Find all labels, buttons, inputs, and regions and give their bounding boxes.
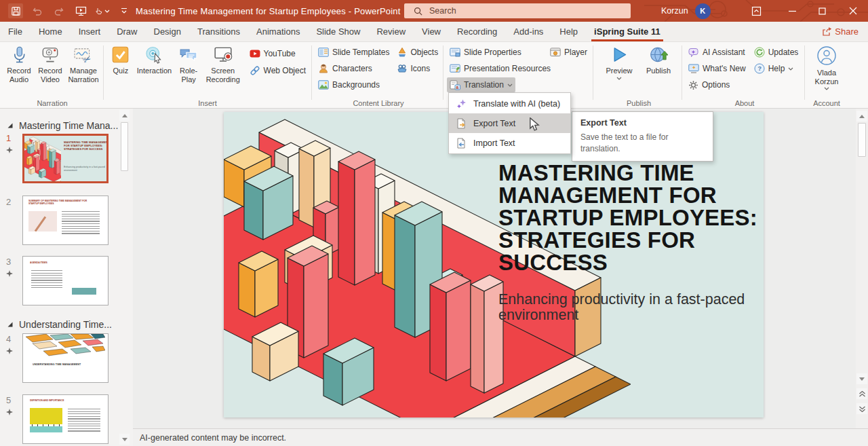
account-button[interactable]: Vlada Korzun: [807, 42, 846, 90]
updates-button[interactable]: Updates: [751, 45, 802, 60]
tab-slide-show[interactable]: Slide Show: [308, 22, 368, 41]
scrollbar-thumb[interactable]: [121, 122, 128, 171]
redo-button[interactable]: [52, 3, 66, 18]
slide-templates-button[interactable]: Slide Templates: [315, 45, 393, 60]
options-icon: [688, 80, 698, 90]
search-box[interactable]: [404, 3, 631, 18]
ribbon-display-options-icon: [751, 6, 762, 16]
touch-mouse-mode-button[interactable]: [95, 3, 110, 18]
editing-canvas[interactable]: MASTERING TIME MANAGEMENT FOR STARTUP EM…: [133, 109, 856, 428]
menu-item-export-text[interactable]: Export Text: [449, 113, 570, 133]
main-scrollbar[interactable]: [856, 109, 868, 446]
publish-button[interactable]: Publish: [642, 42, 675, 80]
translation-button[interactable]: a Translation: [447, 77, 515, 92]
export-text-tooltip: Export Text Save the text to a file for …: [572, 111, 713, 162]
tab-animations[interactable]: Animations: [248, 22, 308, 41]
characters-button[interactable]: Characters: [315, 61, 393, 76]
previous-slide-button[interactable]: [856, 388, 867, 399]
slide-thumbnail-4[interactable]: UNDERSTANDING TIME MANAGEMENT: [22, 333, 108, 383]
search-input[interactable]: [429, 6, 592, 16]
tab-add-ins[interactable]: Add-ins: [505, 22, 551, 41]
ai-assistant-button[interactable]: AI Assistant: [686, 45, 749, 60]
animation-star-icon: [6, 147, 13, 153]
tab-recording[interactable]: Recording: [449, 22, 505, 41]
options-button[interactable]: Options: [686, 77, 749, 92]
scroll-down-button[interactable]: [119, 434, 130, 445]
tab-ispring-suite-11[interactable]: iSpring Suite 11: [586, 22, 669, 41]
account-area[interactable]: Korzun K: [661, 0, 711, 22]
section-header-1[interactable]: Mastering Time Mana...: [7, 120, 118, 131]
youtube-button[interactable]: YouTube: [247, 46, 309, 61]
ribbon-display-options-button[interactable]: [741, 0, 771, 22]
scroll-up-button[interactable]: [856, 111, 867, 122]
menu-item-import-text[interactable]: Import Text: [449, 133, 570, 153]
screen-recording-button[interactable]: Screen Recording: [203, 42, 243, 84]
thumbnail-shape: [30, 426, 62, 432]
customize-qat-button[interactable]: [117, 3, 132, 18]
tab-help[interactable]: Help: [551, 22, 586, 41]
share-button[interactable]: Share: [822, 22, 859, 41]
scroll-up-button[interactable]: [119, 110, 130, 121]
slide-thumbnail-3[interactable]: AGENDA ITEMS: [22, 256, 108, 305]
panel-scrollbar[interactable]: [119, 109, 130, 446]
web-object-button[interactable]: Web Object: [247, 63, 309, 78]
characters-icon: [318, 63, 329, 74]
section-header-2[interactable]: Understanding Time...: [7, 319, 112, 330]
tab-home[interactable]: Home: [31, 22, 71, 41]
tab-transitions[interactable]: Transitions: [189, 22, 248, 41]
player-button[interactable]: Player: [547, 45, 590, 60]
save-button[interactable]: [8, 3, 23, 18]
record-audio-button[interactable]: Record Audio: [4, 42, 34, 84]
thumbnail-subtitle: Enhancing productivity in a fast-paced e…: [64, 166, 106, 172]
manage-narration-button[interactable]: ✂ Manage Narration: [66, 42, 100, 84]
updates-icon: [754, 47, 765, 58]
slide-title[interactable]: MASTERING TIME MANAGEMENT FOR STARTUP EM…: [498, 162, 757, 274]
interaction-button[interactable]: Interaction: [135, 42, 174, 84]
thumbnail-body-text: [68, 409, 100, 433]
objects-button[interactable]: Objects: [394, 45, 441, 60]
group-publish: Preview Publish Publish: [597, 42, 680, 109]
svg-text:a: a: [456, 84, 459, 89]
preview-button[interactable]: Preview: [603, 42, 635, 80]
minimize-button[interactable]: [777, 0, 807, 22]
svg-text:?: ?: [757, 65, 762, 72]
status-bar: AI-generated content may be incorrect.: [133, 428, 868, 446]
manage-narration-icon: ✂: [74, 45, 93, 64]
tab-file[interactable]: File: [0, 22, 31, 41]
interaction-icon: [144, 45, 163, 64]
tab-draw[interactable]: Draw: [108, 22, 145, 41]
help-button[interactable]: ? Help: [751, 61, 802, 76]
slide-thumbnail-1[interactable]: MASTERING TIME MANAGEMENT FOR STARTUP EM…: [22, 134, 108, 183]
avatar[interactable]: K: [695, 3, 711, 19]
whats-new-button[interactable]: What's New: [686, 61, 749, 76]
scrollbar-thumb[interactable]: [858, 123, 866, 157]
record-video-button[interactable]: Record Video: [35, 42, 65, 84]
tab-insert[interactable]: Insert: [71, 22, 109, 41]
backgrounds-button[interactable]: Backgrounds: [315, 77, 393, 92]
tab-review[interactable]: Review: [368, 22, 414, 41]
start-slideshow-button[interactable]: [73, 3, 88, 18]
role-play-button[interactable]: Role-Play: [174, 42, 203, 84]
slide-thumbnail-5[interactable]: DEFINITION AND IMPORTANCE: [22, 394, 108, 444]
icons-button[interactable]: Icons: [394, 61, 441, 76]
next-slide-button[interactable]: [856, 403, 867, 414]
quiz-button[interactable]: Quiz: [106, 42, 135, 84]
slide-thumbnail-2[interactable]: SUMMARY OF MASTERING TIME MANAGEMENT FOR…: [22, 196, 108, 245]
maximize-button[interactable]: [807, 0, 837, 22]
undo-button[interactable]: [30, 3, 45, 18]
minimize-icon: [789, 7, 796, 15]
role-play-icon: [179, 45, 198, 64]
tab-view[interactable]: View: [414, 22, 449, 41]
touch-mode-icon: [95, 6, 102, 16]
close-icon: [849, 7, 857, 15]
tooltip-title: Export Text: [580, 118, 705, 128]
close-button[interactable]: [838, 0, 868, 22]
slide-properties-button[interactable]: Slide Properties: [447, 45, 524, 60]
menu-item-translate-with-ai[interactable]: Translate with AI (beta): [449, 94, 570, 113]
presentation-resources-button[interactable]: Presentation Resources: [447, 61, 553, 76]
animation-star-icon: [6, 409, 13, 415]
slide-subtitle[interactable]: Enhancing productivity in a fast-paced e…: [498, 292, 763, 323]
scroll-down-button[interactable]: [856, 373, 867, 384]
tab-design[interactable]: Design: [146, 22, 189, 41]
thumbnail-body-text: [62, 211, 100, 234]
